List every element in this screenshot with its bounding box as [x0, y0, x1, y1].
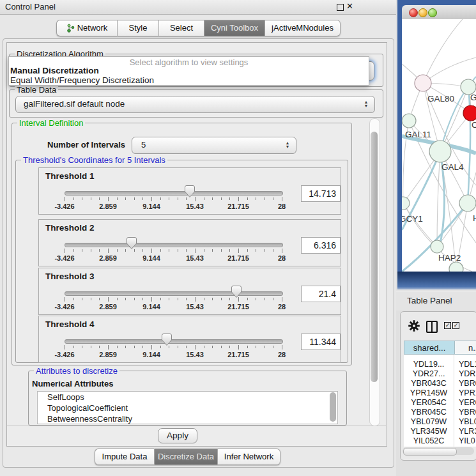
network-node[interactable] [429, 141, 451, 162]
tab-discretize-data[interactable]: Discretize Data [155, 449, 218, 465]
table-panel-title: Table Panel [407, 296, 452, 305]
table-hscrollbar-thumb[interactable] [403, 448, 457, 456]
attribute-list-item[interactable]: TopologicalCoefficient [38, 403, 337, 413]
slider-tick [256, 298, 256, 300]
slider-track[interactable] [65, 291, 283, 296]
network-node[interactable] [415, 75, 431, 91]
slider-thumb[interactable] [185, 185, 195, 197]
slider-tick [99, 249, 100, 252]
slider-tick [282, 297, 282, 302]
table-header: shared... n... [404, 341, 476, 355]
slider-track[interactable] [65, 191, 283, 196]
slider-tick [151, 249, 152, 253]
tab-jactivemnodules[interactable]: jActiveMNodules [265, 20, 341, 36]
slider-tick [212, 346, 213, 348]
table-row[interactable]: YDL19...YDL1 [404, 360, 476, 369]
slider-track[interactable] [65, 243, 283, 247]
network-window-titlebar[interactable] [402, 5, 476, 20]
slider-thumb[interactable] [127, 237, 137, 249]
tab-label: Select [170, 20, 193, 36]
threshold-label: Threshold 3 [45, 272, 95, 281]
apply-button[interactable]: Apply [158, 428, 197, 443]
checkbox-icon[interactable]: ✓ [444, 322, 451, 329]
network-node[interactable] [402, 197, 410, 210]
network-node[interactable] [459, 195, 476, 211]
table-row[interactable]: YLR345WYLR3 [404, 427, 476, 436]
slider-tick [91, 298, 91, 300]
slider-tick [142, 249, 143, 252]
table-row[interactable]: YIL052CYIL0 [404, 436, 476, 446]
split-view-icon[interactable] [426, 321, 438, 333]
cyni-mode-tabs: Impute DataDiscretize DataInfer Network [95, 449, 280, 465]
slider-tick [65, 345, 65, 349]
table-row[interactable]: YPR145WYPR1 [404, 388, 476, 398]
network-node[interactable] [463, 105, 476, 121]
attribute-list-item[interactable]: BetweennessCentrality [38, 413, 337, 424]
slider-thumb[interactable] [162, 334, 172, 346]
num-intervals-combobox[interactable]: 5 ▲▼ [132, 137, 296, 154]
table-hscrollbar[interactable] [403, 447, 474, 455]
slider-tick [229, 249, 230, 252]
tab-select[interactable]: Select [159, 20, 204, 36]
slider-tick [108, 345, 109, 349]
slider-tick-label: 2.859 [89, 254, 127, 262]
network-node[interactable] [431, 240, 443, 253]
zoom-traffic-light-icon[interactable] [428, 8, 437, 17]
popup-item-manual[interactable]: Manual Discretization [10, 66, 99, 75]
float-window-icon[interactable] [337, 4, 344, 11]
main-scrollbar-thumb[interactable] [371, 132, 378, 382]
minimize-traffic-light-icon[interactable] [418, 8, 427, 17]
slider-tick [212, 249, 213, 252]
node-table[interactable]: shared... n... YDL19...YDL1YDR27...YDR2Y… [404, 341, 476, 447]
slider-tick [212, 298, 213, 300]
slider-tick-label: 28 [263, 254, 301, 262]
threshold-row: Threshold 2-3.4262.8599.14415.4321.71528… [38, 219, 341, 266]
threshold-value-field[interactable]: 11.344 [301, 334, 341, 350]
column-header-name[interactable]: n... [455, 341, 476, 355]
gear-icon[interactable] [408, 320, 420, 332]
close-icon[interactable]: ✕ [346, 1, 353, 11]
slider-tick [265, 197, 265, 200]
table-row[interactable]: YDR27...YDR2 [404, 369, 476, 379]
threshold-row: Threshold 3-3.4262.8599.14415.4321.71528… [38, 268, 341, 315]
threshold-value-field[interactable]: 21.4 [301, 286, 341, 302]
slider-tick [204, 249, 204, 252]
network-node[interactable] [449, 262, 463, 272]
main-scrollbar[interactable] [369, 118, 380, 426]
popup-item-equal-width[interactable]: Equal Width/Frequency Discretization [10, 75, 154, 85]
attributes-scrollbar[interactable] [330, 392, 336, 422]
slider-track[interactable] [65, 339, 283, 344]
slider-thumb[interactable] [231, 286, 242, 298]
tab-infer-network[interactable]: Infer Network [218, 449, 280, 465]
slider-tick [117, 298, 118, 300]
tab-impute-data[interactable]: Impute Data [95, 449, 155, 465]
table-data-combobox[interactable]: galFiltered.sif default node ▲▼ [15, 96, 375, 113]
column-header-shared[interactable]: shared... [404, 341, 455, 355]
slider-tick-label: 21.715 [219, 203, 257, 210]
network-node[interactable] [402, 114, 416, 128]
table-row[interactable]: YBR045CYBR0 [404, 408, 476, 417]
algorithm-dropdown-popup: Select algorithm to view settings Manual… [8, 56, 369, 86]
cell-shared-name: YBL079W [404, 417, 454, 426]
table-row[interactable]: YBR043CYBR0 [404, 379, 476, 388]
tab-network[interactable]: Network [56, 20, 118, 36]
slider-tick [160, 298, 161, 300]
close-traffic-light-icon[interactable] [409, 8, 418, 17]
threshold-value-field[interactable]: 14.713 [301, 185, 341, 202]
slider-tick-label: 28 [263, 351, 301, 358]
table-row[interactable]: YBL079WYBL0 [404, 417, 476, 427]
tab-style[interactable]: Style [118, 20, 159, 36]
slider-tick [282, 249, 282, 253]
slider-tick [73, 249, 74, 252]
threshold-value-field[interactable]: 6.316 [301, 237, 341, 254]
checkbox-icon[interactable]: ✓ [452, 322, 459, 329]
threshold-label: Threshold 1 [45, 171, 95, 181]
slider-tick-label: 9.144 [132, 303, 171, 311]
table-row[interactable]: YER054CYER0 [404, 398, 476, 408]
network-canvas[interactable]: GAL80GCGAL11GAL4GCY1HHAP2 [402, 19, 476, 272]
table-panel-titlebar: Table Panel [396, 291, 476, 311]
slider-tick [221, 346, 222, 348]
tab-cyni-toolbox[interactable]: Cyni Toolbox [204, 20, 265, 36]
attribute-list-item[interactable]: SelfLoops [38, 392, 337, 403]
node-label: GAL11 [405, 130, 431, 139]
